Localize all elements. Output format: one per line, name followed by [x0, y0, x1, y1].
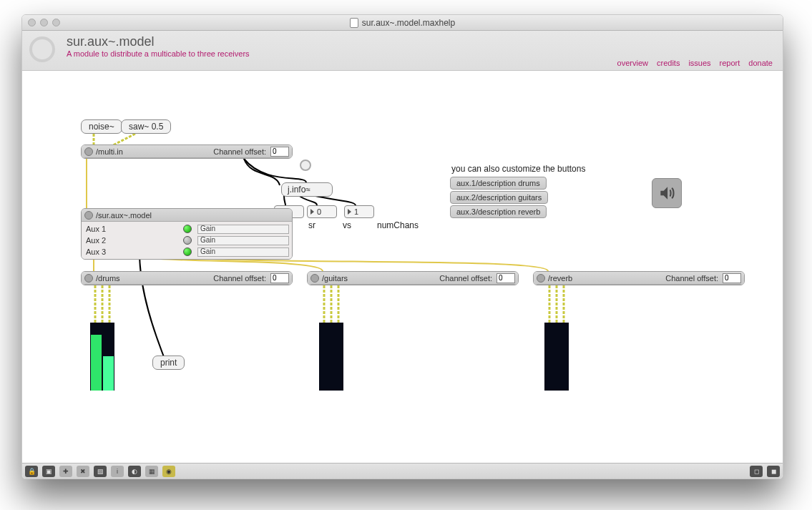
offset-label: Channel offset:: [213, 147, 266, 156]
module-multi-in[interactable]: /multi.in Channel offset:: [81, 144, 293, 159]
tb-newobj-icon[interactable]: ▣: [42, 466, 55, 477]
offset-input[interactable]: [723, 273, 741, 283]
led-icon[interactable]: [183, 236, 192, 245]
help-header: sur.aux~.model A module to distribute a …: [22, 31, 783, 71]
numbox-vs[interactable]: 0: [307, 205, 337, 218]
patcher-canvas[interactable]: noise~ saw~ 0.5 /multi.in Channel offset…: [22, 71, 783, 463]
aux-row-label: Aux 1: [84, 225, 177, 233]
tb-lock-icon[interactable]: 🔒: [25, 466, 38, 477]
obj-saw[interactable]: saw~ 0.5: [121, 119, 171, 134]
module-sur-aux[interactable]: /sur.aux~.model Aux 1 Gain Aux 2 Gain: [81, 208, 293, 260]
tb-audio-icon[interactable]: ◐: [128, 466, 141, 477]
obj-jinfo[interactable]: j.info≈: [281, 182, 333, 197]
aux-row-1: Aux 1 Gain: [84, 223, 289, 235]
meter-guitars: [319, 323, 343, 391]
obj-print[interactable]: print: [152, 355, 185, 370]
module-out-guitars[interactable]: /guitars Channel offset:: [307, 271, 519, 285]
link-credits[interactable]: credits: [657, 59, 680, 67]
disclosure-icon[interactable]: [310, 274, 319, 283]
link-overview[interactable]: overview: [617, 59, 648, 67]
module-name: /reverb: [548, 274, 572, 283]
disclosure-icon[interactable]: [537, 274, 545, 283]
disclosure-icon[interactable]: [84, 211, 93, 220]
tb-axis-icon[interactable]: ✚: [59, 466, 72, 477]
tb-dsp-icon[interactable]: ◉: [162, 466, 175, 477]
led-icon[interactable]: [183, 247, 192, 256]
aux-row-2: Aux 2 Gain: [84, 235, 289, 246]
speaker-icon: [657, 184, 676, 202]
disclosure-icon[interactable]: [84, 147, 93, 156]
tb-present-icon[interactable]: ▧: [94, 466, 107, 477]
offset-label: Channel offset:: [439, 274, 492, 283]
tb-delete-icon[interactable]: ✖: [77, 466, 89, 477]
customize-label: you can also customize the buttons: [451, 164, 585, 174]
aux-row-label: Aux 2: [84, 236, 177, 245]
window-minimize-icon[interactable]: [40, 19, 48, 26]
msg-desc-1[interactable]: aux.1/description drums: [450, 177, 547, 190]
meter-drums: [90, 323, 114, 391]
aux-row-label: Aux 3: [84, 247, 177, 256]
offset-label: Channel offset:: [665, 274, 718, 283]
patcher-toolbar: 🔒 ▣ ✚ ✖ ▧ i ◐ ▦ ◉ ◻ ◼: [22, 463, 783, 479]
gain-field[interactable]: Gain: [197, 236, 289, 245]
window-zoom-icon[interactable]: [52, 19, 60, 26]
gain-field[interactable]: Gain: [197, 247, 289, 257]
offset-label: Channel offset:: [213, 274, 266, 283]
label-sr: sr: [308, 220, 315, 230]
gain-field[interactable]: Gain: [197, 225, 289, 234]
offset-input[interactable]: [497, 273, 515, 283]
numbox-vs-value: 0: [317, 207, 321, 216]
module-name: /drums: [96, 274, 120, 283]
titlebar: sur.aux~.model.maxhelp: [22, 15, 783, 31]
obj-noise[interactable]: noise~: [81, 119, 122, 134]
window-close-icon[interactable]: [28, 19, 36, 26]
ezdac-button[interactable]: [652, 178, 682, 208]
bang-button[interactable]: [300, 160, 311, 171]
msg-desc-3[interactable]: aux.3/description reverb: [450, 205, 547, 218]
offset-input[interactable]: [270, 147, 289, 157]
module-name: /sur.aux~.model: [96, 211, 152, 220]
msg-desc-2[interactable]: aux.2/description guitars: [450, 191, 548, 204]
module-name: /guitars: [322, 274, 348, 283]
window-title: sur.aux~.model.maxhelp: [362, 18, 455, 28]
module-name: /multi.in: [96, 147, 123, 156]
aux-row-3: Aux 3 Gain: [84, 246, 289, 258]
module-out-drums[interactable]: /drums Channel offset:: [81, 271, 293, 285]
led-icon[interactable]: [183, 225, 192, 233]
app-window: sur.aux~.model.maxhelp sur.aux~.model A …: [21, 14, 783, 479]
link-report[interactable]: report: [720, 59, 740, 67]
label-vs: vs: [343, 220, 351, 230]
link-donate[interactable]: donate: [748, 59, 773, 67]
label-numchans: numChans: [377, 220, 419, 230]
file-icon: [350, 18, 358, 28]
offset-input[interactable]: [270, 273, 289, 283]
tb-zoomin-icon[interactable]: ◼: [767, 466, 780, 477]
tb-grid-icon[interactable]: ▦: [145, 466, 158, 477]
module-title: sur.aux~.model: [67, 35, 773, 49]
disclosure-icon[interactable]: [84, 274, 93, 283]
meter-reverb: [544, 323, 569, 391]
link-issues[interactable]: issues: [688, 59, 710, 67]
module-ring-icon: [29, 36, 55, 62]
numbox-numchans[interactable]: 1: [344, 205, 374, 218]
tb-info-icon[interactable]: i: [111, 466, 124, 477]
tb-zoomout-icon[interactable]: ◻: [750, 466, 763, 477]
module-subtitle: A module to distribute a multicable to t…: [67, 49, 773, 58]
numbox-numchans-value: 1: [354, 207, 358, 216]
module-out-reverb[interactable]: /reverb Channel offset:: [533, 271, 745, 285]
